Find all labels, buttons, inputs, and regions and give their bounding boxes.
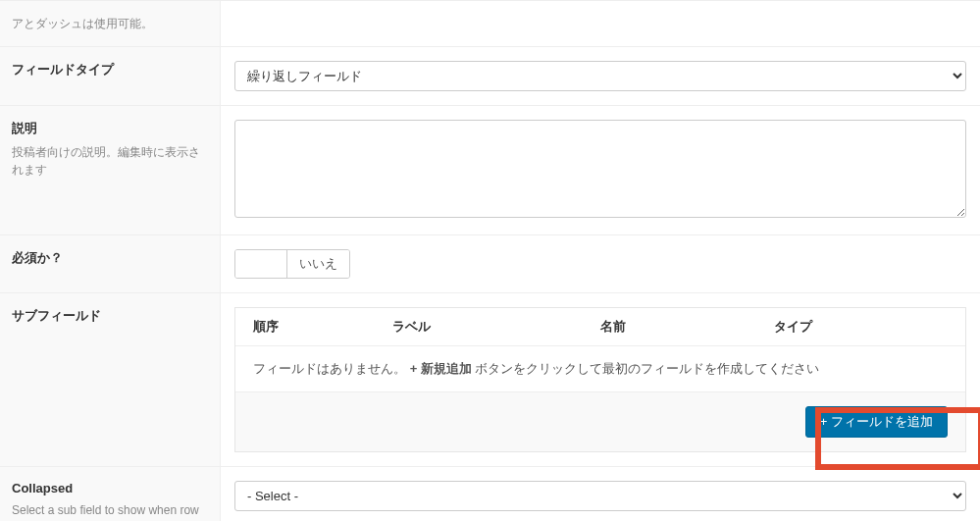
row-top-note: アとダッシュは使用可能。 [0, 1, 980, 47]
required-label: 必須か？ [12, 249, 208, 267]
required-toggle-button[interactable]: いいえ [286, 250, 349, 278]
subfields-box: 順序 ラベル 名前 タイプ フィールドはありません。 + 新規追加 ボタンをクリ… [234, 307, 966, 452]
subfields-col-type: タイプ [774, 318, 948, 336]
field-type-label: フィールドタイプ [12, 61, 208, 78]
subfields-col-name: 名前 [600, 318, 774, 336]
row-collapsed: Collapsed Select a sub field to show whe… [0, 467, 980, 522]
row-required: 必須か？ いいえ [0, 235, 980, 293]
description-hint: 投稿者向けの説明。編集時に表示されます [12, 143, 208, 179]
subfields-header: 順序 ラベル 名前 タイプ [235, 308, 965, 345]
required-toggle: いいえ [234, 249, 350, 279]
description-textarea[interactable] [234, 120, 966, 218]
subfields-empty-message: フィールドはありません。 + 新規追加 ボタンをクリックして最初のフィールドを作… [235, 345, 965, 391]
subfields-footer: + フィールドを追加 [235, 391, 965, 451]
description-label: 説明 [12, 120, 208, 137]
collapsed-select[interactable]: - Select - [234, 481, 966, 511]
required-input[interactable] [235, 250, 286, 278]
field-type-select[interactable]: 繰り返しフィールド [234, 61, 966, 91]
subfields-label: サブフィールド [12, 307, 208, 325]
collapsed-hint: Select a sub field to show when row is c… [12, 501, 208, 521]
add-field-button[interactable]: + フィールドを追加 [805, 406, 948, 438]
row-field-type: フィールドタイプ 繰り返しフィールド [0, 47, 980, 106]
row-subfields: サブフィールド 順序 ラベル 名前 タイプ フィールドはありません。 + 新規追… [0, 293, 980, 467]
subfields-col-label: ラベル [392, 318, 600, 336]
collapsed-label: Collapsed [12, 481, 208, 495]
subfields-col-order: 順序 [253, 318, 392, 336]
field-settings-table: アとダッシュは使用可能。 フィールドタイプ 繰り返しフィールド 説明 投稿者向け… [0, 0, 980, 521]
row-description: 説明 投稿者向けの説明。編集時に表示されます [0, 106, 980, 235]
top-note-text: アとダッシュは使用可能。 [12, 15, 208, 32]
